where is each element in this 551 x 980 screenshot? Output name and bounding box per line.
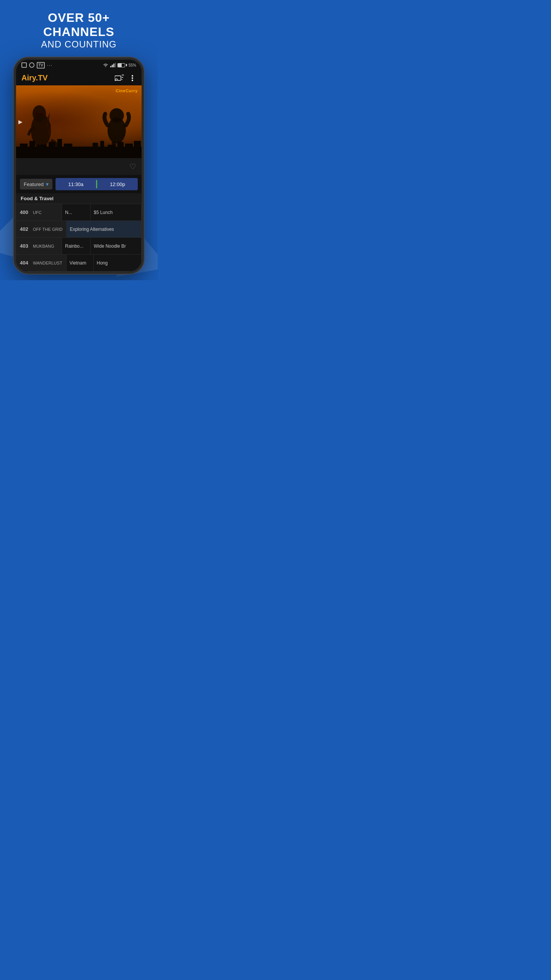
tv-icon: TV (37, 62, 45, 69)
svg-rect-18 (37, 145, 47, 152)
program-cell-403-1[interactable]: Rainbo... (62, 238, 91, 254)
status-left: TV ··· (21, 62, 52, 69)
channel-name-402: Off The Grid (33, 227, 62, 232)
program-cell-404-1[interactable]: Vietnam (67, 255, 94, 271)
featured-label: Featured (24, 181, 44, 187)
svg-marker-8 (47, 112, 50, 120)
battery-icon (117, 63, 127, 67)
channel-name-403: MUKBANG (33, 244, 54, 248)
svg-point-3 (132, 80, 133, 81)
app-header: Airy.TV (16, 70, 142, 85)
svg-rect-26 (125, 144, 133, 152)
app-header-icons (115, 74, 136, 82)
status-bar: TV ··· 55% (16, 60, 142, 70)
category-label: Food & Travel (16, 193, 142, 204)
channel-row-400[interactable]: 400 UFC N... $5 Lunch (16, 204, 142, 221)
svg-rect-22 (93, 143, 98, 152)
city-silhouette (16, 139, 142, 158)
svg-point-1 (132, 75, 133, 77)
svg-rect-17 (29, 141, 35, 151)
svg-rect-0 (115, 76, 121, 80)
channel-info-400: 400 UFC (16, 204, 62, 220)
program-cell-400-2[interactable]: $5 Lunch (91, 204, 142, 220)
play-indicator: ▶ (18, 119, 23, 125)
svg-rect-16 (20, 144, 28, 151)
channel-info-402: 402 Off The Grid (16, 221, 67, 237)
video-player[interactable]: CineCurry ▶ (16, 85, 142, 158)
svg-rect-19 (49, 142, 55, 153)
channel-num-402: 402 (20, 226, 31, 232)
video-watermark: CineCurry (116, 88, 138, 93)
channel-name-404: Wanderlust (33, 261, 62, 265)
channel-programs-402: Exploring Alternatives (67, 221, 142, 237)
svg-rect-20 (57, 139, 62, 150)
svg-rect-25 (117, 142, 124, 152)
channel-num-400: 400 (20, 209, 31, 215)
chevron-down-icon: ▾ (46, 181, 49, 187)
guide-header: Featured ▾ 11:30a 12:00p (16, 175, 142, 193)
svg-point-2 (132, 77, 133, 79)
channel-info-403: 403 MUKBANG (16, 238, 62, 254)
channel-programs-400: N... $5 Lunch (62, 204, 142, 220)
hero-line1: OVER 50+ CHANNELS (41, 11, 116, 39)
time-bar: 11:30a 12:00p (55, 178, 138, 190)
time-slot-2: 12:00p (97, 179, 138, 189)
profile-icon (29, 62, 34, 68)
controls-bar: ♡ (16, 158, 142, 175)
time-slot-1: 11:30a (55, 179, 96, 189)
favorite-button[interactable]: ♡ (129, 162, 136, 171)
cast-icon[interactable] (115, 74, 124, 82)
app-title: Airy.TV (21, 74, 48, 82)
hero-header: OVER 50+ CHANNELS AND COUNTING (41, 11, 116, 50)
program-cell-404-2[interactable]: Hong (94, 255, 142, 271)
more-icon[interactable] (129, 74, 136, 82)
channel-num-404: 404 (20, 260, 31, 266)
featured-dropdown[interactable]: Featured ▾ (20, 179, 52, 189)
channel-row-404[interactable]: 404 Wanderlust Vietnam Hong (16, 255, 142, 271)
phone-device: TV ··· 55% (14, 57, 144, 274)
channel-num-403: 403 (20, 243, 31, 249)
program-cell-400-1[interactable]: N... (62, 204, 91, 220)
svg-rect-21 (64, 144, 72, 152)
svg-rect-23 (100, 141, 104, 152)
svg-point-12 (109, 108, 124, 123)
status-right: 55% (103, 63, 136, 67)
channel-name-400: UFC (33, 210, 42, 215)
image-icon (21, 62, 27, 68)
program-cell-402-1[interactable]: Exploring Alternatives (67, 221, 142, 237)
channel-programs-404: Vietnam Hong (67, 255, 142, 271)
svg-rect-24 (108, 145, 116, 152)
program-cell-403-2[interactable]: Wide Noodle Br (91, 238, 142, 254)
more-icon: ··· (47, 62, 53, 68)
channel-row-402[interactable]: 402 Off The Grid Exploring Alternatives (16, 221, 142, 238)
battery-percent: 55% (129, 63, 136, 67)
signal-icon (110, 63, 116, 67)
channel-info-404: 404 Wanderlust (16, 255, 67, 271)
wifi-icon (103, 63, 109, 67)
channel-row-403[interactable]: 403 MUKBANG Rainbo... Wide Noodle Br (16, 238, 142, 255)
hero-line3: AND COUNTING (41, 39, 116, 50)
channel-programs-403: Rainbo... Wide Noodle Br (62, 238, 142, 254)
svg-rect-27 (134, 141, 141, 152)
